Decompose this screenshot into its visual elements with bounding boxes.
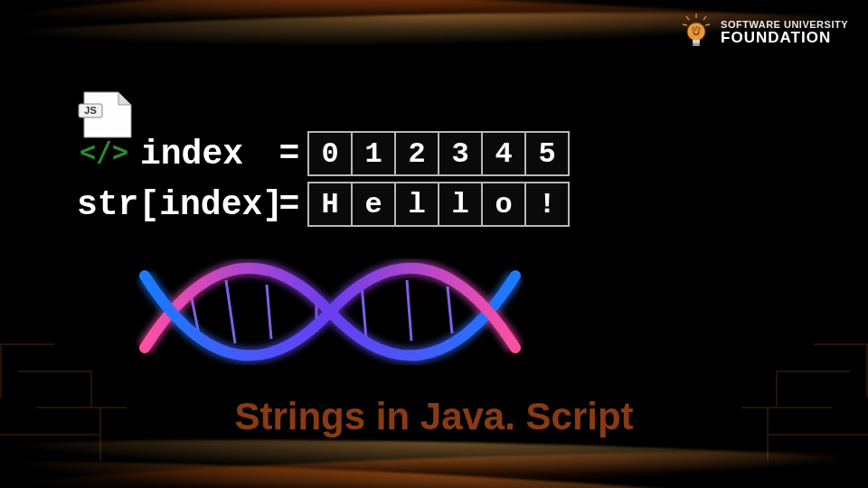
- dna-helix-icon: [136, 239, 524, 384]
- lightbulb-icon: </>: [681, 14, 712, 52]
- char-cell: H: [308, 183, 352, 226]
- char-cell: l: [439, 183, 482, 226]
- index-cell: 2: [395, 132, 439, 175]
- svg-line-15: [226, 280, 235, 343]
- svg-line-16: [267, 285, 271, 339]
- char-cell: !: [525, 183, 569, 226]
- label-str-index: str[index]: [77, 185, 271, 224]
- index-cell: 5: [525, 132, 569, 175]
- index-cell: 3: [439, 132, 482, 175]
- svg-line-2: [703, 16, 706, 20]
- brand-line2: FOUNDATION: [721, 30, 848, 45]
- char-cell: e: [352, 183, 395, 226]
- svg-line-3: [683, 24, 687, 25]
- char-row: H e l l o !: [307, 182, 570, 227]
- svg-line-20: [448, 286, 452, 333]
- slide-title: Strings in Java. Script: [0, 395, 868, 438]
- index-cell: 1: [352, 132, 395, 175]
- svg-marker-11: [118, 92, 131, 105]
- svg-text:</>: </>: [692, 25, 701, 32]
- char-cell: l: [395, 183, 439, 226]
- svg-line-1: [686, 16, 689, 20]
- char-cell: o: [482, 183, 525, 226]
- index-cell: 0: [308, 132, 352, 175]
- equals-2: =: [271, 185, 307, 224]
- index-illustration: index = 0 1 2 3 4 5 str[index] = H e l l…: [77, 131, 570, 227]
- label-index: index: [77, 135, 271, 174]
- brand-logo: </> SOFTWARE UNIVERSITY FOUNDATION: [681, 14, 848, 52]
- svg-rect-7: [693, 40, 700, 43]
- file-tag-text: JS: [84, 105, 96, 116]
- index-row: 0 1 2 3 4 5: [307, 131, 570, 176]
- svg-rect-8: [693, 43, 700, 46]
- equals-1: =: [271, 135, 307, 174]
- index-cell: 4: [482, 132, 525, 175]
- svg-line-19: [407, 280, 411, 341]
- svg-line-4: [705, 24, 710, 25]
